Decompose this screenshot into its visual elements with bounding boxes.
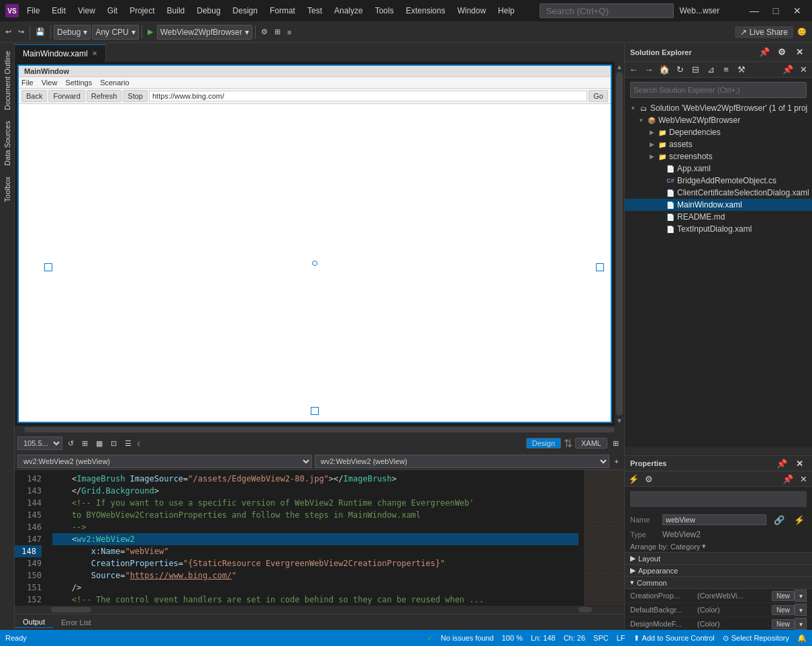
layout-button[interactable]: ▦: [93, 435, 105, 451]
xaml-view-button[interactable]: XAML: [575, 438, 607, 449]
sol-scrollbar[interactable]: [625, 447, 812, 455]
tree-solution[interactable]: ▾ 🗂 Solution 'WebView2WpfBrowser' (1 of …: [625, 102, 812, 114]
left-context-dropdown[interactable]: wv2:WebView2 (webView): [17, 455, 312, 468]
output-tab[interactable]: Output: [15, 616, 53, 628]
sol-properties-button[interactable]: ≡: [719, 62, 733, 77]
designer-forward-button[interactable]: Forward: [48, 90, 85, 102]
creation-new-button[interactable]: New: [772, 591, 795, 601]
anchor-left[interactable]: [44, 263, 52, 271]
data-sources-tab[interactable]: Data Sources: [2, 116, 13, 171]
menu-format[interactable]: Format: [264, 5, 301, 17]
undo-button[interactable]: ↩: [3, 24, 14, 40]
status-zoom[interactable]: 100 %: [502, 634, 523, 643]
designer-stop-button[interactable]: Stop: [123, 90, 148, 102]
sol-filter-button[interactable]: ⊿: [703, 62, 718, 77]
menu-git[interactable]: Git: [102, 5, 123, 17]
prop-settings-button[interactable]: ⚙: [642, 471, 656, 486]
project-expand-icon[interactable]: ▾: [636, 115, 646, 126]
layout-category[interactable]: ▶ Layout: [625, 553, 812, 565]
cpu-dropdown[interactable]: Any CPU ▾: [92, 25, 138, 40]
designer-url-input[interactable]: [149, 91, 587, 101]
code-lines[interactable]: <ImageBrush ImageSource="/assets/EdgeWeb…: [47, 470, 584, 606]
solution-search-input[interactable]: [630, 82, 807, 98]
designer-menu-scenario[interactable]: Scenario: [100, 79, 129, 87]
deps-expand-icon[interactable]: ▶: [646, 127, 657, 138]
menu-file[interactable]: File: [21, 5, 45, 17]
document-outline-tab[interactable]: Document Outline: [2, 46, 13, 116]
toolbar-btn-1[interactable]: ⚙: [258, 24, 270, 40]
arrange-by-row[interactable]: Arrange by: Category ▾: [625, 541, 812, 553]
status-lf[interactable]: LF: [617, 634, 625, 643]
snap-button[interactable]: ⊡: [108, 435, 119, 451]
toolbox-tab[interactable]: Toolbox: [2, 171, 13, 207]
appearance-category[interactable]: ▶ Appearance: [625, 565, 812, 577]
prop-event-button[interactable]: ⚡: [626, 471, 641, 486]
status-spc[interactable]: SPC: [593, 634, 609, 643]
grid-button[interactable]: ⊞: [79, 435, 91, 451]
prop-electric-button[interactable]: ⚡: [792, 512, 807, 527]
prop-pin-button[interactable]: 📌: [774, 456, 789, 471]
redo-button[interactable]: ↪: [15, 24, 27, 40]
designer-menu-view[interactable]: View: [42, 79, 58, 87]
sol-pin-button[interactable]: 📌: [757, 45, 772, 60]
anchor-bottom[interactable]: [311, 407, 319, 415]
tree-app-xaml[interactable]: ▶ 📄 App.xaml: [625, 163, 812, 175]
creation-more-button[interactable]: ▾: [795, 590, 807, 602]
designer-refresh-button[interactable]: Refresh: [87, 90, 122, 102]
assets-expand-icon[interactable]: ▶: [646, 139, 657, 150]
tree-textinput-xaml[interactable]: ▶ 📄 TextInputDialog.xaml: [625, 223, 812, 235]
tree-dependencies[interactable]: ▶ 📁 Dependencies: [625, 126, 812, 138]
prop-link-button[interactable]: 🔗: [772, 512, 786, 527]
designer-menu-file[interactable]: File: [21, 79, 34, 87]
add-method-button[interactable]: +: [612, 453, 621, 469]
add-to-source-control[interactable]: ⬆ Add to Source Control: [633, 634, 715, 643]
tree-screenshots[interactable]: ▶ 📁 screenshots: [625, 150, 812, 163]
toolbar-btn-2[interactable]: ⊞: [272, 24, 283, 40]
collapse-button[interactable]: ‹: [137, 437, 140, 449]
common-category[interactable]: ▾ Common: [625, 577, 812, 589]
designer-menu-settings[interactable]: Settings: [65, 79, 92, 87]
properties-search-input[interactable]: [630, 491, 807, 507]
menu-project[interactable]: Project: [124, 5, 160, 17]
designer-back-button[interactable]: Back: [21, 90, 47, 102]
screenshots-expand-icon[interactable]: ▶: [646, 151, 657, 162]
menu-analyze[interactable]: Analyze: [329, 5, 368, 17]
tab-mainwindow-xaml[interactable]: MainWindow.xaml ✕: [15, 44, 106, 62]
expand-view-button[interactable]: ⊞: [610, 435, 621, 451]
run-button[interactable]: ▶: [145, 24, 156, 40]
sol-collapse-button[interactable]: ⊟: [688, 62, 703, 77]
live-share-button[interactable]: ↗ Live Share: [735, 26, 793, 38]
error-list-tab[interactable]: Error List: [53, 617, 99, 628]
menu-debug[interactable]: Debug: [191, 5, 225, 17]
menu-build[interactable]: Build: [162, 5, 191, 17]
prop-close-button[interactable]: ✕: [792, 456, 807, 471]
menu-extensions[interactable]: Extensions: [401, 5, 451, 17]
menu-help[interactable]: Help: [493, 5, 520, 17]
debug-config-dropdown[interactable]: Debug ▾: [54, 25, 91, 40]
horizontal-scrollbar-editor[interactable]: [15, 606, 624, 614]
sol-pin2-button[interactable]: 📌: [780, 62, 795, 77]
tab-close-button[interactable]: ✕: [92, 50, 97, 57]
sol-settings-button[interactable]: ⚙: [774, 45, 789, 60]
feedback-button[interactable]: 😊: [795, 24, 809, 40]
tree-client-cert-xaml[interactable]: ▶ 📄 ClientCertificateSelectionDialog.xam…: [625, 187, 812, 199]
horizontal-scrollbar-designer[interactable]: [15, 426, 624, 434]
tree-project[interactable]: ▾ 📦 WebView2WpfBrowser: [625, 114, 812, 126]
vertical-scrollbar[interactable]: ▲ ▼: [615, 62, 624, 426]
close-button[interactable]: ✕: [788, 1, 807, 20]
global-search-input[interactable]: [540, 3, 674, 18]
sol-close2-button[interactable]: ✕: [796, 62, 811, 77]
background-new-button[interactable]: New: [772, 605, 795, 615]
prop-pin2-button[interactable]: 📌: [780, 471, 795, 486]
sol-home-button[interactable]: 🏠: [657, 62, 672, 77]
maximize-button[interactable]: □: [766, 1, 785, 20]
sol-forward-button[interactable]: →: [642, 62, 656, 77]
designmode-new-button[interactable]: New: [772, 619, 795, 629]
solution-expand-icon[interactable]: ▾: [627, 103, 638, 113]
menu-window[interactable]: Window: [452, 5, 491, 17]
run-target-dropdown[interactable]: WebView2WpfBrowser ▾: [157, 25, 252, 40]
designmode-more-button[interactable]: ▾: [795, 618, 807, 630]
save-button[interactable]: 💾: [33, 24, 48, 40]
tree-bridge-cs[interactable]: ▶ C# BridgeAddRemoteObject.cs: [625, 175, 812, 187]
design-view-button[interactable]: Design: [526, 438, 561, 449]
